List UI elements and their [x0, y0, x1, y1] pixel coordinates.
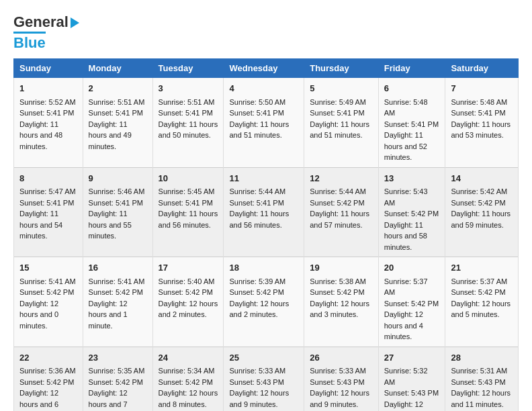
- day-number: 18: [229, 261, 298, 275]
- calendar-cell: 20Sunrise: 5:37 AMSunset: 5:42 PMDayligh…: [378, 257, 445, 347]
- calendar-cell: 18Sunrise: 5:39 AMSunset: 5:42 PMDayligh…: [224, 257, 304, 347]
- calendar-cell: 8Sunrise: 5:47 AMSunset: 5:41 PMDaylight…: [14, 167, 83, 257]
- day-number: 6: [384, 82, 440, 95]
- weekday-header: Wednesday: [224, 59, 304, 78]
- calendar-week-row: 8Sunrise: 5:47 AMSunset: 5:41 PMDaylight…: [14, 167, 519, 257]
- calendar-cell: 2Sunrise: 5:51 AMSunset: 5:41 PMDaylight…: [83, 78, 152, 168]
- day-number: 9: [89, 172, 147, 185]
- calendar-table: SundayMondayTuesdayWednesdayThursdayFrid…: [13, 58, 519, 411]
- calendar-week-row: 22Sunrise: 5:36 AMSunset: 5:42 PMDayligh…: [14, 347, 519, 411]
- calendar-cell: 3Sunrise: 5:51 AMSunset: 5:41 PMDaylight…: [152, 78, 224, 168]
- calendar-week-row: 1Sunrise: 5:52 AMSunset: 5:41 PMDaylight…: [14, 78, 519, 168]
- calendar-cell: 24Sunrise: 5:34 AMSunset: 5:42 PMDayligh…: [152, 347, 224, 411]
- weekday-header: Saturday: [445, 59, 519, 78]
- logo: General Blue: [13, 13, 79, 52]
- day-number: 23: [89, 351, 147, 365]
- calendar-cell: 1Sunrise: 5:52 AMSunset: 5:41 PMDaylight…: [14, 78, 83, 168]
- calendar-cell: 26Sunrise: 5:33 AMSunset: 5:43 PMDayligh…: [304, 347, 378, 411]
- day-number: 14: [451, 172, 513, 185]
- calendar-cell: 7Sunrise: 5:48 AMSunset: 5:41 PMDaylight…: [445, 78, 519, 168]
- logo-text: General: [13, 13, 79, 31]
- day-number: 10: [159, 172, 218, 185]
- weekday-header-row: SundayMondayTuesdayWednesdayThursdayFrid…: [14, 59, 519, 78]
- calendar-cell: 5Sunrise: 5:49 AMSunset: 5:41 PMDaylight…: [304, 78, 378, 168]
- day-number: 25: [229, 351, 298, 365]
- day-number: 3: [159, 82, 218, 95]
- day-number: 15: [19, 261, 77, 275]
- day-number: 28: [451, 351, 513, 365]
- day-number: 2: [89, 82, 147, 95]
- day-number: 20: [384, 261, 440, 275]
- calendar-cell: 4Sunrise: 5:50 AMSunset: 5:41 PMDaylight…: [224, 78, 304, 168]
- weekday-header: Sunday: [14, 59, 83, 78]
- day-number: 7: [451, 82, 513, 95]
- day-number: 21: [451, 261, 513, 275]
- calendar-cell: 16Sunrise: 5:41 AMSunset: 5:42 PMDayligh…: [83, 257, 152, 347]
- day-number: 19: [310, 261, 372, 275]
- day-number: 27: [384, 351, 440, 365]
- day-number: 1: [19, 82, 77, 95]
- calendar-cell: 11Sunrise: 5:44 AMSunset: 5:41 PMDayligh…: [224, 167, 304, 257]
- calendar-week-row: 15Sunrise: 5:41 AMSunset: 5:42 PMDayligh…: [14, 257, 519, 347]
- calendar-body: 1Sunrise: 5:52 AMSunset: 5:41 PMDaylight…: [14, 78, 519, 412]
- calendar-cell: 14Sunrise: 5:42 AMSunset: 5:42 PMDayligh…: [445, 167, 519, 257]
- calendar-cell: 22Sunrise: 5:36 AMSunset: 5:42 PMDayligh…: [14, 347, 83, 411]
- page-header: General Blue: [13, 13, 519, 52]
- day-number: 16: [89, 261, 147, 275]
- day-number: 12: [310, 172, 372, 185]
- day-number: 11: [229, 172, 298, 185]
- calendar-cell: 23Sunrise: 5:35 AMSunset: 5:42 PMDayligh…: [83, 347, 152, 411]
- day-number: 5: [310, 82, 372, 95]
- day-number: 22: [19, 351, 77, 365]
- logo-blue: Blue: [13, 32, 46, 52]
- weekday-header: Monday: [83, 59, 152, 78]
- day-number: 13: [384, 172, 440, 185]
- calendar-cell: 12Sunrise: 5:44 AMSunset: 5:42 PMDayligh…: [304, 167, 378, 257]
- calendar-header: SundayMondayTuesdayWednesdayThursdayFrid…: [14, 59, 519, 78]
- calendar-cell: 9Sunrise: 5:46 AMSunset: 5:41 PMDaylight…: [83, 167, 152, 257]
- calendar-cell: 15Sunrise: 5:41 AMSunset: 5:42 PMDayligh…: [14, 257, 83, 347]
- calendar-cell: 25Sunrise: 5:33 AMSunset: 5:43 PMDayligh…: [224, 347, 304, 411]
- weekday-header: Thursday: [304, 59, 378, 78]
- calendar-cell: 19Sunrise: 5:38 AMSunset: 5:42 PMDayligh…: [304, 257, 378, 347]
- weekday-header: Friday: [378, 59, 445, 78]
- calendar-cell: 17Sunrise: 5:40 AMSunset: 5:42 PMDayligh…: [152, 257, 224, 347]
- day-number: 17: [159, 261, 218, 275]
- calendar-cell: 13Sunrise: 5:43 AMSunset: 5:42 PMDayligh…: [378, 167, 445, 257]
- day-number: 4: [229, 82, 298, 95]
- day-number: 24: [159, 351, 218, 365]
- calendar-cell: 21Sunrise: 5:37 AMSunset: 5:42 PMDayligh…: [445, 257, 519, 347]
- day-number: 26: [310, 351, 372, 365]
- day-number: 8: [19, 172, 77, 185]
- calendar-cell: 10Sunrise: 5:45 AMSunset: 5:41 PMDayligh…: [152, 167, 224, 257]
- calendar-cell: 6Sunrise: 5:48 AMSunset: 5:41 PMDaylight…: [378, 78, 445, 168]
- weekday-header: Tuesday: [152, 59, 224, 78]
- calendar-cell: 28Sunrise: 5:31 AMSunset: 5:43 PMDayligh…: [445, 347, 519, 411]
- calendar-cell: 27Sunrise: 5:32 AMSunset: 5:43 PMDayligh…: [378, 347, 445, 411]
